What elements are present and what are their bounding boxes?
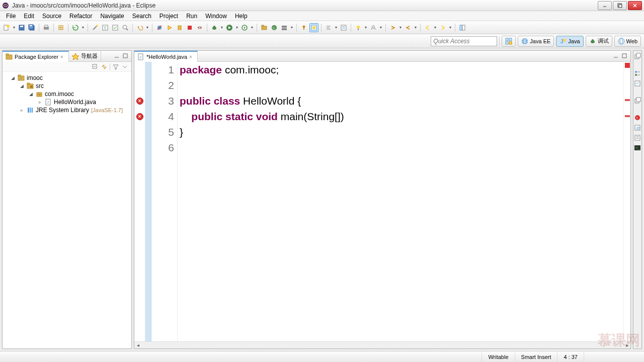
open-type-icon[interactable]: T xyxy=(101,23,110,32)
work-area: Package Explorer × 导航器 ◢ J im xyxy=(0,48,644,351)
terminate-icon[interactable] xyxy=(185,23,194,32)
minimize-view-icon[interactable] xyxy=(114,53,121,60)
todo-icon[interactable] xyxy=(339,23,348,32)
next-annotation-icon[interactable] xyxy=(388,23,397,32)
code-area[interactable]: package com.imooc;public class HelloWorl… xyxy=(178,62,623,341)
svg-point-62 xyxy=(618,38,624,44)
console-view-icon[interactable]: >_ xyxy=(634,144,641,151)
perspective-java-ee[interactable]: Java EE xyxy=(518,36,554,47)
main-toolbar: ▾ ▾ T ▾ ▾ ▾ ▾ C ▾ ▾ ▾ ▾ ▾ ▾ ▾ ▾ xyxy=(0,21,644,34)
perspective-debug[interactable]: 调试 xyxy=(586,36,612,47)
save-icon[interactable] xyxy=(17,23,26,32)
editor-tab[interactable]: J *HelloWorld.java × xyxy=(134,51,198,62)
new-icon[interactable] xyxy=(2,23,11,32)
menu-navigate[interactable]: Navigate xyxy=(96,12,128,21)
run-icon[interactable] xyxy=(225,23,234,32)
perspective-icon[interactable] xyxy=(458,23,467,32)
menu-edit[interactable]: Edit xyxy=(20,12,38,21)
menu-search[interactable]: Search xyxy=(128,12,155,21)
quick-access-input[interactable] xyxy=(431,36,497,46)
suspend-icon[interactable] xyxy=(175,23,184,32)
task-icon[interactable] xyxy=(111,23,120,32)
tree-package[interactable]: ◢ com.imooc xyxy=(3,90,131,98)
link-editor-icon[interactable] xyxy=(101,63,108,70)
fold-bar[interactable] xyxy=(145,62,151,341)
new-dropdown[interactable]: ▾ xyxy=(12,23,16,32)
open-perspective-button[interactable] xyxy=(502,36,516,47)
pin-icon[interactable] xyxy=(299,23,308,32)
menu-run[interactable]: Run xyxy=(182,12,201,21)
editor-body[interactable]: 123456 package com.imooc;public class He… xyxy=(134,62,630,341)
svg-rect-83 xyxy=(32,108,33,113)
overview-ruler[interactable] xyxy=(623,62,630,341)
svg-text:@: @ xyxy=(636,126,640,130)
filter-icon[interactable] xyxy=(112,63,119,70)
maximize-button[interactable] xyxy=(613,1,627,10)
skip-breakpoints-icon[interactable] xyxy=(155,23,164,32)
minimize-button[interactable] xyxy=(598,1,612,10)
declaration-view-icon[interactable] xyxy=(634,134,641,141)
tab-close-icon[interactable]: × xyxy=(189,54,194,59)
print-icon[interactable] xyxy=(42,23,51,32)
new-package-icon[interactable] xyxy=(260,23,269,32)
tree-project[interactable]: ◢ J imooc xyxy=(3,74,131,82)
tree-jre[interactable]: ▹ JRE System Library [JavaSE-1.7] xyxy=(3,106,131,114)
back-icon[interactable] xyxy=(423,23,432,32)
menu-refactor[interactable]: Refactor xyxy=(65,12,96,21)
view-menu-icon[interactable] xyxy=(121,63,128,70)
menu-window[interactable]: Window xyxy=(201,12,231,21)
menu-file[interactable]: File xyxy=(2,12,20,21)
new-class-icon[interactable]: C xyxy=(270,23,279,32)
toggle-mark-icon[interactable] xyxy=(309,23,318,32)
tab-close-icon[interactable]: × xyxy=(60,54,65,59)
outline-view-icon[interactable] xyxy=(634,70,641,77)
editor-hscrollbar[interactable]: ◂ ▸ xyxy=(134,341,630,348)
svg-rect-75 xyxy=(30,85,33,88)
annotation-icon[interactable] xyxy=(369,23,378,32)
save-all-icon[interactable] xyxy=(27,23,36,32)
bulb-icon[interactable] xyxy=(354,23,363,32)
search-icon[interactable] xyxy=(121,23,130,32)
disconnect-icon[interactable] xyxy=(195,23,204,32)
debug-icon[interactable] xyxy=(210,23,219,32)
menu-source[interactable]: Source xyxy=(38,12,65,21)
menu-project[interactable]: Project xyxy=(155,12,182,21)
javadoc-view-icon[interactable]: @ xyxy=(634,124,641,131)
svg-point-48 xyxy=(357,26,360,29)
perspective-web[interactable]: Web xyxy=(614,36,641,47)
close-button[interactable] xyxy=(628,1,642,10)
status-writable: Writable xyxy=(481,351,514,362)
problems-view-icon[interactable]: ! xyxy=(634,114,641,121)
undo-icon[interactable] xyxy=(135,23,144,32)
new-server-icon[interactable] xyxy=(280,23,289,32)
restore-view2-icon[interactable] xyxy=(634,97,641,104)
line-gutter[interactable]: 123456 xyxy=(151,62,178,341)
refresh-dropdown[interactable]: ▾ xyxy=(81,23,85,32)
java-icon: J xyxy=(559,38,567,45)
src-folder-icon xyxy=(27,82,34,89)
menu-help[interactable]: Help xyxy=(231,12,252,21)
status-cursor-position: 4 : 37 xyxy=(557,351,584,362)
refresh-icon[interactable] xyxy=(71,23,80,32)
package-tree[interactable]: ◢ J imooc ◢ src ◢ com.imooc ▹ J HelloWor… xyxy=(3,72,131,348)
collapse-all-icon[interactable] xyxy=(92,63,99,70)
package-explorer-tab[interactable]: Package Explorer × xyxy=(3,51,69,62)
resume-icon[interactable] xyxy=(165,23,174,32)
perspective-java[interactable]: J Java xyxy=(556,36,583,47)
forward-icon[interactable] xyxy=(438,23,447,32)
svg-rect-51 xyxy=(460,25,462,30)
task-list-icon[interactable] xyxy=(634,80,641,87)
tree-file[interactable]: ▹ J HelloWorld.java xyxy=(3,98,131,106)
maximize-editor-icon[interactable] xyxy=(621,53,628,60)
run-last-icon[interactable] xyxy=(240,23,249,32)
build-icon[interactable] xyxy=(56,23,65,32)
prev-annotation-icon[interactable] xyxy=(404,23,413,32)
format-icon[interactable] xyxy=(324,23,333,32)
wand-icon[interactable] xyxy=(91,23,100,32)
marker-bar[interactable] xyxy=(134,62,145,341)
maximize-view-icon[interactable] xyxy=(122,53,129,60)
navigator-tab[interactable]: 导航器 xyxy=(69,51,101,62)
tree-src[interactable]: ◢ src xyxy=(3,82,131,90)
minimize-editor-icon[interactable] xyxy=(613,53,620,60)
restore-view-icon[interactable] xyxy=(634,53,641,60)
